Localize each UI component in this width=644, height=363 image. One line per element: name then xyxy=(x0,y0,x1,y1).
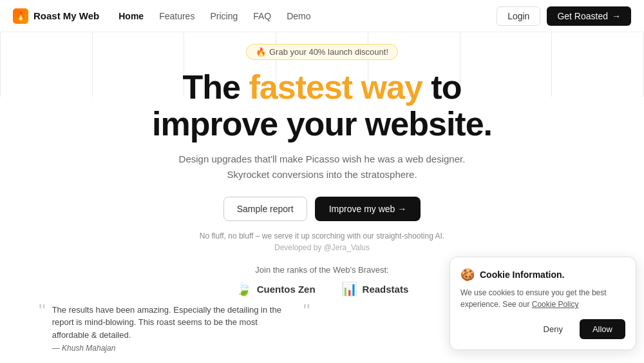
heading-fastest: fastest xyxy=(249,68,352,106)
cuentos-zen-icon: 🍃 xyxy=(236,281,252,297)
allow-button[interactable]: Allow xyxy=(580,319,625,339)
hero-subtitle: Design upgrades that'll make Picasso wis… xyxy=(179,152,466,182)
logos-row: 🍃 Cuentos Zen 📊 Readstats xyxy=(236,281,409,297)
nav-demo[interactable]: Demo xyxy=(287,11,310,21)
logo-readstats: 📊 Readstats xyxy=(341,281,409,297)
heading-way: way xyxy=(361,68,422,106)
cookie-actions: Deny Allow xyxy=(460,319,625,339)
nav-home[interactable]: Home xyxy=(118,11,144,21)
trust-text: No fluff, no bluff – we serve it up scor… xyxy=(200,231,444,240)
testimonial-author: — Khush Mahajan xyxy=(52,344,297,353)
discount-badge: 🔥 Grab your 40% launch discount! xyxy=(246,44,398,60)
cookie-policy-link[interactable]: Cookie Policy xyxy=(532,300,579,309)
cookie-banner: 🍪 Cookie Information. We use cookies to … xyxy=(450,257,636,350)
cookie-header: 🍪 Cookie Information. xyxy=(460,268,625,282)
hero-heading: The fastest way to improve your website. xyxy=(152,69,492,142)
logo-cuentos-zen: 🍃 Cuentos Zen xyxy=(236,281,316,297)
nav-pricing[interactable]: Pricing xyxy=(210,11,238,21)
testimonial-content: The results have been amazing. Especiall… xyxy=(52,304,297,353)
badge-icon: 🔥 xyxy=(256,47,266,57)
sample-report-button[interactable]: Sample report xyxy=(223,197,307,221)
logo[interactable]: 🔥 Roast My Web xyxy=(13,8,99,24)
get-roasted-label: Get Roasted xyxy=(557,11,608,21)
nav-features[interactable]: Features xyxy=(159,11,194,21)
arrow-icon: → xyxy=(612,11,621,21)
heading-part3: to xyxy=(422,68,462,106)
login-button[interactable]: Login xyxy=(497,6,540,26)
social-proof-label: Join the ranks of the Web's Bravest: xyxy=(255,265,388,275)
deny-button[interactable]: Deny xyxy=(533,319,573,339)
logo-text: Roast My Web xyxy=(33,10,99,21)
developed-by-text: Developed by @Jera_Valus xyxy=(274,243,370,252)
cookie-body-text: We use cookies to ensure you get the bes… xyxy=(460,287,625,310)
badge-text: Grab your 40% launch discount! xyxy=(269,47,388,57)
subtitle-line2: Skyrocket conversions into the stratosph… xyxy=(179,167,466,182)
nav-links: Home Features Pricing FAQ Demo xyxy=(118,11,497,21)
heading-part1: The xyxy=(183,68,249,106)
heading-part2 xyxy=(352,68,361,106)
subtitle-line1: Design upgrades that'll make Picasso wis… xyxy=(179,152,466,167)
get-roasted-button[interactable]: Get Roasted → xyxy=(547,6,631,26)
cuentos-zen-name: Cuentos Zen xyxy=(257,284,316,295)
nav-faq[interactable]: FAQ xyxy=(253,11,271,21)
logo-icon: 🔥 xyxy=(13,8,28,24)
cookie-emoji: 🍪 xyxy=(460,268,475,282)
navbar: 🔥 Roast My Web Home Features Pricing FAQ… xyxy=(0,0,644,32)
heading-line2: improve your website. xyxy=(152,105,492,142)
readstats-icon: 📊 xyxy=(341,281,357,297)
improve-web-button[interactable]: Improve my web → xyxy=(315,197,421,221)
cta-buttons: Sample report Improve my web → xyxy=(223,197,421,221)
nav-actions: Login Get Roasted → xyxy=(497,6,631,26)
cookie-title: Cookie Information. xyxy=(480,270,564,280)
readstats-name: Readstats xyxy=(363,284,409,295)
